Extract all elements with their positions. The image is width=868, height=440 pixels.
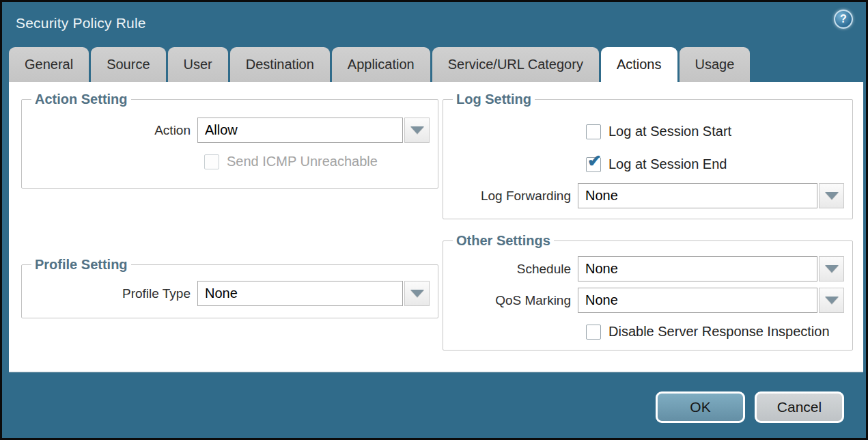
schedule-dropdown: None — [578, 256, 844, 281]
help-glyph: ? — [840, 13, 847, 25]
dsri-row: ✔ Disable Server Response Inspection — [586, 324, 844, 340]
log-session-end-checkbox[interactable]: ✔ — [586, 157, 601, 172]
tab-application[interactable]: Application — [332, 47, 430, 82]
dialog-footer: OK Cancel — [2, 391, 866, 423]
schedule-label: Schedule — [451, 262, 578, 277]
schedule-dropdown-value[interactable]: None — [578, 256, 817, 281]
log-forwarding-dropdown: None — [578, 183, 844, 208]
other-settings-group: Other Settings Schedule None QoS Marking… — [443, 233, 853, 350]
qos-marking-row: QoS Marking None — [451, 288, 844, 313]
qos-marking-dropdown: None — [578, 288, 844, 313]
profile-type-row: Profile Type None — [30, 281, 430, 306]
action-label: Action — [30, 123, 197, 138]
log-forwarding-dropdown-button[interactable] — [819, 183, 844, 208]
security-policy-rule-dialog: Security Policy Rule ? General Source Us… — [0, 0, 868, 440]
send-icmp-row: ✔ Send ICMP Unreachable — [204, 154, 430, 169]
action-setting-legend: Action Setting — [31, 92, 131, 107]
profile-setting-group: Profile Setting Profile Type None — [21, 257, 438, 318]
profile-type-label: Profile Type — [30, 286, 197, 301]
qos-marking-dropdown-value[interactable]: None — [578, 288, 817, 313]
log-session-end-label: Log at Session End — [601, 156, 727, 172]
disable-server-response-inspection-checkbox[interactable]: ✔ — [586, 325, 601, 340]
send-icmp-label: Send ICMP Unreachable — [219, 154, 378, 169]
content-panel: Action Setting Action Allow ✔ Send ICMP … — [9, 82, 863, 372]
page-title: Security Policy Rule — [16, 15, 146, 31]
cancel-button[interactable]: Cancel — [755, 391, 844, 423]
log-session-start-label: Log at Session Start — [601, 124, 731, 139]
profile-type-dropdown-button[interactable] — [404, 281, 430, 306]
send-icmp-checkbox[interactable]: ✔ — [204, 154, 219, 169]
tab-source[interactable]: Source — [91, 47, 165, 82]
schedule-dropdown-button[interactable] — [819, 256, 844, 281]
log-forwarding-row: Log Forwarding None — [451, 183, 844, 208]
chevron-down-icon — [825, 297, 839, 304]
action-dropdown-button[interactable] — [404, 118, 430, 143]
check-icon: ✔ — [587, 152, 602, 169]
disable-server-response-inspection-label: Disable Server Response Inspection — [601, 324, 830, 340]
ok-button[interactable]: OK — [656, 391, 745, 423]
chevron-down-icon — [410, 290, 424, 297]
qos-marking-dropdown-button[interactable] — [819, 288, 844, 313]
tab-actions[interactable]: Actions — [601, 47, 677, 82]
tab-user[interactable]: User — [168, 47, 228, 82]
log-session-start-checkbox[interactable]: ✔ — [586, 124, 601, 139]
log-setting-group: Log Setting ✔ Log at Session Start ✔ Log… — [443, 92, 853, 219]
tab-bar: General Source User Destination Applicat… — [9, 47, 859, 82]
action-setting-group: Action Setting Action Allow ✔ Send ICMP … — [21, 92, 438, 189]
title-bar: Security Policy Rule ? — [2, 2, 866, 44]
log-session-start-row: ✔ Log at Session Start — [586, 124, 844, 139]
action-dropdown-value[interactable]: Allow — [197, 118, 403, 143]
chevron-down-icon — [410, 126, 424, 134]
tab-general[interactable]: General — [9, 47, 89, 82]
tab-destination[interactable]: Destination — [230, 47, 330, 82]
log-session-end-row: ✔ Log at Session End — [586, 156, 844, 172]
profile-setting-legend: Profile Setting — [31, 257, 131, 273]
tab-usage[interactable]: Usage — [680, 47, 751, 82]
profile-type-dropdown: None — [197, 281, 430, 306]
chevron-down-icon — [825, 192, 839, 200]
log-setting-legend: Log Setting — [453, 92, 535, 107]
log-forwarding-label: Log Forwarding — [451, 189, 578, 204]
help-icon[interactable]: ? — [834, 10, 853, 29]
log-forwarding-dropdown-value[interactable]: None — [578, 183, 817, 208]
profile-type-dropdown-value[interactable]: None — [197, 281, 403, 306]
tab-service-url-category[interactable]: Service/URL Category — [432, 47, 599, 82]
chevron-down-icon — [825, 265, 839, 273]
other-settings-legend: Other Settings — [453, 233, 554, 249]
action-row: Action Allow — [30, 118, 430, 143]
action-dropdown: Allow — [197, 118, 430, 143]
qos-marking-label: QoS Marking — [451, 293, 578, 308]
schedule-row: Schedule None — [451, 256, 844, 281]
